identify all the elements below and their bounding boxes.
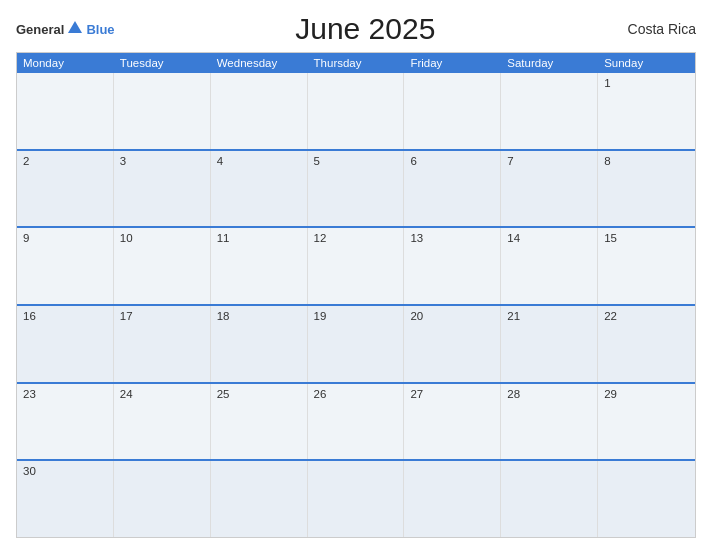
cal-cell: [501, 73, 598, 149]
week-row-4: 16 17 18 19 20 21 22: [17, 304, 695, 382]
cal-cell: [404, 461, 501, 537]
cal-cell-4: 4: [211, 151, 308, 227]
cal-cell: [114, 73, 211, 149]
week-row-5: 23 24 25 26 27 28 29: [17, 382, 695, 460]
header-friday: Friday: [404, 53, 501, 73]
logo-blue-text: Blue: [86, 22, 114, 37]
cal-cell-29: 29: [598, 384, 695, 460]
cal-cell-18: 18: [211, 306, 308, 382]
header-wednesday: Wednesday: [211, 53, 308, 73]
week-row-1: 1: [17, 73, 695, 149]
cal-cell: [17, 73, 114, 149]
cal-cell-22: 22: [598, 306, 695, 382]
calendar-body: 1 2 3 4 5 6 7 8 9 10 11 12 13 14 15: [17, 73, 695, 537]
cal-cell-11: 11: [211, 228, 308, 304]
cal-cell-13: 13: [404, 228, 501, 304]
cal-cell-24: 24: [114, 384, 211, 460]
header-tuesday: Tuesday: [114, 53, 211, 73]
cal-cell: [404, 73, 501, 149]
cal-cell-21: 21: [501, 306, 598, 382]
cal-cell-6: 6: [404, 151, 501, 227]
calendar-title: June 2025: [115, 12, 616, 46]
header-thursday: Thursday: [308, 53, 405, 73]
cal-cell: [211, 73, 308, 149]
page: General Blue June 2025 Costa Rica Monday…: [0, 0, 712, 550]
week-row-6: 30: [17, 459, 695, 537]
cal-cell-20: 20: [404, 306, 501, 382]
cal-cell-15: 15: [598, 228, 695, 304]
header: General Blue June 2025 Costa Rica: [16, 12, 696, 46]
cal-cell-9: 9: [17, 228, 114, 304]
cal-cell-12: 12: [308, 228, 405, 304]
cal-cell-10: 10: [114, 228, 211, 304]
logo-general-text: General: [16, 22, 64, 37]
cal-cell: [598, 461, 695, 537]
cal-cell-7: 7: [501, 151, 598, 227]
cal-cell-25: 25: [211, 384, 308, 460]
cal-cell-5: 5: [308, 151, 405, 227]
calendar: Monday Tuesday Wednesday Thursday Friday…: [16, 52, 696, 538]
week-row-3: 9 10 11 12 13 14 15: [17, 226, 695, 304]
cal-cell-16: 16: [17, 306, 114, 382]
logo-triangle-icon: [68, 21, 82, 33]
cal-cell-23: 23: [17, 384, 114, 460]
cal-cell-8: 8: [598, 151, 695, 227]
cal-cell-14: 14: [501, 228, 598, 304]
cal-cell-19: 19: [308, 306, 405, 382]
header-saturday: Saturday: [501, 53, 598, 73]
cal-cell-30: 30: [17, 461, 114, 537]
cal-cell-28: 28: [501, 384, 598, 460]
header-monday: Monday: [17, 53, 114, 73]
cal-cell-3: 3: [114, 151, 211, 227]
cal-cell: [114, 461, 211, 537]
week-row-2: 2 3 4 5 6 7 8: [17, 149, 695, 227]
logo: General Blue: [16, 22, 115, 37]
cal-cell: [211, 461, 308, 537]
cal-cell-2: 2: [17, 151, 114, 227]
cal-cell: [501, 461, 598, 537]
cal-cell: [308, 73, 405, 149]
cal-cell-1: 1: [598, 73, 695, 149]
header-sunday: Sunday: [598, 53, 695, 73]
cal-cell-26: 26: [308, 384, 405, 460]
cal-cell: [308, 461, 405, 537]
calendar-header: Monday Tuesday Wednesday Thursday Friday…: [17, 53, 695, 73]
country-label: Costa Rica: [616, 21, 696, 37]
cal-cell-17: 17: [114, 306, 211, 382]
cal-cell-27: 27: [404, 384, 501, 460]
